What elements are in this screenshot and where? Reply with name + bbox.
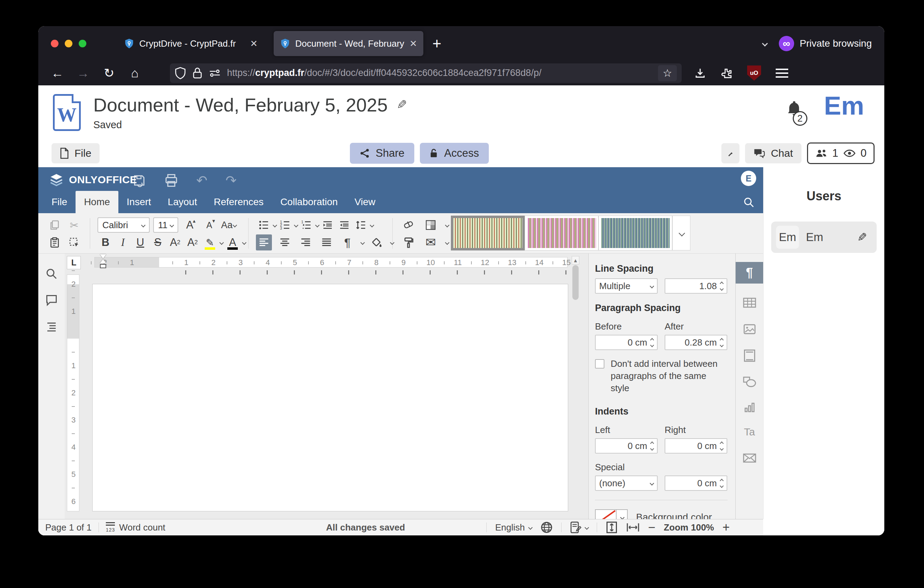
cut-icon[interactable]: ✂: [66, 217, 82, 233]
special-indent-input[interactable]: 0 cm: [665, 476, 727, 491]
search-icon[interactable]: [743, 197, 755, 208]
no-interval-checkbox[interactable]: [595, 359, 604, 368]
tab-references[interactable]: References: [205, 191, 272, 213]
style-preview-2[interactable]: [525, 216, 599, 251]
forward-button[interactable]: →: [73, 66, 94, 81]
url-bar[interactable]: https://cryptpad.fr/doc/#/3/doc/edit/ff0…: [170, 63, 682, 83]
downloads-icon[interactable]: [694, 67, 706, 79]
spinner[interactable]: [720, 282, 723, 290]
zoom-in-button[interactable]: +: [723, 520, 730, 535]
horizontal-ruler[interactable]: 21 123456789101112131415: [94, 257, 568, 268]
indent-right-input[interactable]: 0 cm: [665, 438, 727, 454]
style-preview-normal[interactable]: [451, 216, 525, 251]
line-spacing-mode-select[interactable]: Multiple: [595, 278, 658, 294]
zoom-out-button[interactable]: −: [648, 520, 655, 535]
spinner[interactable]: [651, 339, 653, 347]
find-icon[interactable]: [45, 268, 58, 280]
style-gallery-expand[interactable]: [672, 216, 690, 251]
notifications-bell[interactable]: 2: [785, 99, 803, 117]
word-count-button[interactable]: 123 Word count: [106, 522, 165, 533]
subscript-button[interactable]: A2: [185, 235, 201, 251]
chevron-down-icon[interactable]: [445, 223, 449, 228]
save-icon[interactable]: [132, 173, 146, 187]
clear-style-eraser-icon[interactable]: [400, 217, 416, 233]
numbered-list-icon[interactable]: 123: [277, 217, 293, 233]
undo-icon[interactable]: ↶: [196, 173, 208, 188]
tab-layout[interactable]: Layout: [160, 191, 205, 213]
paragraph-settings-tab[interactable]: ¶: [736, 262, 763, 284]
permissions-icon[interactable]: [209, 68, 221, 78]
tab-close-icon[interactable]: ✕: [409, 38, 417, 49]
menu-hamburger-icon[interactable]: [776, 69, 788, 78]
tracking-protection-shield-icon[interactable]: [175, 67, 186, 79]
header-footer-settings-tab[interactable]: [736, 345, 763, 367]
collapse-toolbar-button[interactable]: [721, 143, 739, 164]
spellcheck-globe-icon[interactable]: [540, 521, 553, 533]
chevron-down-icon[interactable]: [390, 240, 394, 245]
bookmark-star-icon[interactable]: ☆: [658, 65, 677, 81]
extensions-puzzle-icon[interactable]: [721, 67, 733, 79]
superscript-button[interactable]: A2: [167, 235, 183, 251]
bullet-list-icon[interactable]: [256, 217, 272, 233]
line-spacing-icon[interactable]: [353, 217, 369, 233]
spacing-after-input[interactable]: 0.28 cm: [665, 335, 727, 350]
italic-button[interactable]: I: [115, 235, 131, 251]
chat-button[interactable]: Chat: [745, 143, 801, 164]
decrease-font-icon[interactable]: A ▼: [201, 217, 217, 233]
chart-settings-tab[interactable]: [736, 396, 763, 418]
image-settings-tab[interactable]: [736, 319, 763, 340]
paste-icon[interactable]: [47, 235, 63, 251]
new-tab-button[interactable]: +: [432, 35, 441, 52]
tab-close-icon[interactable]: ✕: [250, 38, 257, 49]
style-preview-3[interactable]: [599, 216, 672, 251]
tab-cryptdrive[interactable]: CryptDrive - CryptPad.fr ✕: [118, 31, 264, 56]
spinner[interactable]: [720, 339, 723, 347]
tab-insert[interactable]: Insert: [118, 191, 160, 213]
increase-indent-icon[interactable]: [336, 217, 352, 233]
font-name-select[interactable]: Calibri: [97, 217, 150, 233]
scroll-up-arrow[interactable]: ▲: [572, 256, 579, 264]
chevron-down-icon[interactable]: [272, 223, 277, 228]
rename-pencil-icon[interactable]: ✎: [396, 97, 407, 112]
multilevel-list-icon[interactable]: 1: [299, 217, 314, 233]
underline-button[interactable]: U: [132, 235, 148, 251]
cell-shading-icon[interactable]: [422, 217, 439, 233]
decrease-indent-icon[interactable]: [320, 217, 336, 233]
vertical-scrollbar[interactable]: ▲ ▼: [572, 256, 579, 535]
window-zoom-button[interactable]: [79, 40, 86, 47]
indent-left-input[interactable]: 0 cm: [595, 438, 658, 454]
tab-list-chevron-icon[interactable]: [762, 41, 768, 47]
print-icon[interactable]: [164, 173, 178, 187]
shading-bucket-icon[interactable]: [369, 235, 385, 251]
paragraph-marks-icon[interactable]: ¶: [340, 235, 355, 251]
url-text[interactable]: https://cryptpad.fr/doc/#/3/doc/edit/ff0…: [227, 68, 652, 78]
chevron-down-icon[interactable]: [219, 240, 224, 245]
select-all-icon[interactable]: [66, 235, 82, 251]
spacing-before-input[interactable]: 0 cm: [595, 335, 658, 350]
navigation-icon[interactable]: [45, 320, 58, 333]
align-center-button[interactable]: [277, 235, 293, 251]
language-selector[interactable]: English: [495, 522, 532, 533]
copy-icon[interactable]: [47, 217, 63, 233]
chevron-down-icon[interactable]: [360, 240, 365, 245]
highlight-color-button[interactable]: ✎: [202, 235, 218, 251]
increase-font-icon[interactable]: A ▲: [182, 217, 198, 233]
text-art-settings-tab[interactable]: Ta: [736, 421, 763, 443]
special-indent-select[interactable]: (none): [595, 476, 658, 491]
page-indicator[interactable]: Page 1 of 1: [45, 522, 92, 533]
chevron-down-icon[interactable]: [294, 223, 299, 228]
font-color-button[interactable]: A: [224, 235, 241, 251]
zoom-level[interactable]: Zoom 100%: [663, 522, 714, 533]
ublock-origin-icon[interactable]: uO: [747, 66, 761, 81]
chevron-down-icon[interactable]: [315, 223, 320, 228]
spinner[interactable]: [720, 442, 723, 450]
fit-page-button[interactable]: [606, 521, 618, 533]
vertical-scroll-thumb[interactable]: [573, 265, 579, 300]
tab-file[interactable]: File: [43, 191, 76, 213]
access-button[interactable]: Access: [420, 143, 489, 164]
track-changes-button[interactable]: [570, 521, 588, 533]
change-case-icon[interactable]: Aa: [221, 217, 237, 233]
mail-merge-icon[interactable]: ✉: [422, 235, 439, 251]
font-size-select[interactable]: 11: [153, 217, 178, 233]
chevron-down-icon[interactable]: [445, 240, 449, 245]
